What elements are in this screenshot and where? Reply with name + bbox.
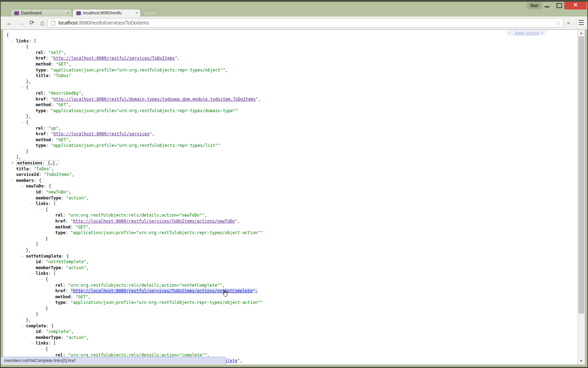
json-line: type: "application/json;profile="urn:org… <box>3 230 574 236</box>
json-punct: : <box>63 213 68 218</box>
json-line: -{ <box>3 44 574 50</box>
json-punct: , <box>152 131 154 136</box>
collapse-toggle[interactable]: - <box>41 277 43 282</box>
maximize-icon <box>556 3 562 8</box>
scrollbar-thumb[interactable] <box>579 36 584 313</box>
page-icon <box>51 20 56 27</box>
json-key: rel <box>55 213 63 218</box>
collapse-toggle[interactable]: - <box>31 340 33 346</box>
json-key: title <box>36 73 48 78</box>
json-punct: , <box>204 213 207 218</box>
json-string: "GET" <box>76 294 88 299</box>
tab-close-icon[interactable]: × <box>66 10 69 16</box>
forward-button[interactable]: → <box>15 18 26 28</box>
address-bar[interactable]: localhost:8080/restful/services/ToDoItem… <box>48 18 564 28</box>
json-line: -{ <box>3 120 574 125</box>
json-line: +extensions: {…}, <box>3 160 574 166</box>
json-string: "urn:org.restfulobjects:rels/details;act… <box>68 213 204 218</box>
reload-button[interactable]: ⟳ <box>27 18 37 28</box>
json-key: extensions <box>17 161 42 165</box>
json-line: title: "ToDos", <box>3 166 574 172</box>
json-punct: : <box>43 126 48 131</box>
collapsed-node-outline[interactable]: extensions: {…}, <box>16 160 59 166</box>
bookmark-star-icon[interactable]: ☆ <box>555 19 560 27</box>
scroll-up-arrow-icon[interactable]: ▲ <box>578 30 585 36</box>
collapse-toggle[interactable]: - <box>41 207 43 213</box>
scroll-down-arrow-icon[interactable]: ▼ <box>578 358 585 364</box>
tab-dashboard[interactable]: Dashboard × <box>10 9 72 17</box>
json-line: -members: { <box>3 178 574 184</box>
collapse-toggle[interactable]: - <box>21 84 23 90</box>
json-punct: : <box>41 259 46 264</box>
json-punct: : <box>65 300 70 305</box>
json-string: " <box>51 97 53 102</box>
collapse-toggle[interactable]: - <box>31 271 33 277</box>
json-key: links <box>36 201 48 206</box>
collapse-toggle[interactable]: - <box>21 120 23 125</box>
json-key: href <box>36 56 46 61</box>
new-tab-button[interactable] <box>142 11 159 16</box>
collapse-toggle[interactable]: - <box>21 44 23 50</box>
menu-hamburger-icon[interactable]: ☰ <box>578 18 584 28</box>
tab-localhost[interactable]: localhost:8080/restfu × <box>72 9 141 17</box>
collapse-toggle[interactable]: - <box>31 201 33 207</box>
json-key: type <box>36 68 46 73</box>
json-string: "application/json;profile="urn:org.restf… <box>70 300 262 305</box>
back-button[interactable]: ← <box>4 18 15 28</box>
collapse-toggle[interactable]: - <box>11 38 14 44</box>
json-punct: : <box>41 329 46 334</box>
json-href-link[interactable]: http://localhost:8080/restful/domain-typ… <box>54 97 256 102</box>
json-punct: ] <box>36 242 38 247</box>
json-punct: , <box>88 294 91 299</box>
json-line: href: "http://localhost:8080/restful/ser… <box>3 288 574 294</box>
json-punct: , <box>86 265 89 270</box>
json-line: ] <box>3 312 574 318</box>
json-key: id <box>36 329 41 334</box>
maximize-button[interactable] <box>554 2 564 9</box>
json-punct: , <box>237 219 240 224</box>
json-punct: : <box>51 137 56 142</box>
collapse-toggle[interactable]: - <box>21 323 23 329</box>
collapse-toggle[interactable]: - <box>21 183 23 189</box>
minimize-button[interactable] <box>542 2 552 9</box>
json-key: rel <box>36 91 43 96</box>
json-key: memberType <box>36 335 61 340</box>
json-href-link[interactable]: http://localhost:8080/restful/services/T… <box>73 219 235 224</box>
extensions-overflow-icon[interactable]: » <box>567 19 570 27</box>
vertical-scrollbar[interactable]: ▲ ▼ <box>577 29 585 364</box>
json-punct: , <box>86 259 89 264</box>
json-line: } <box>3 149 574 155</box>
json-string: "application/json;profile="urn:org.restf… <box>70 230 262 235</box>
json-content: {-links: [-{rel: "self",href: "http://lo… <box>3 32 574 364</box>
json-punct: : <box>51 102 56 107</box>
json-href-link[interactable]: http://localhost:8080/restful/services/T… <box>54 56 175 61</box>
favicon <box>76 11 81 16</box>
json-line: title: "ToDos" <box>3 73 574 79</box>
json-key: type <box>36 108 46 113</box>
json-line: { <box>3 32 574 38</box>
json-string: " <box>256 97 258 102</box>
json-line: rel: "urn:org.restfulobjects:rels/detail… <box>3 282 574 288</box>
expand-toggle[interactable]: + <box>11 160 14 166</box>
json-punct: }, <box>26 248 31 253</box>
json-key: method <box>36 102 51 107</box>
home-button[interactable]: ⌂ <box>37 18 48 28</box>
json-key: href <box>55 219 65 224</box>
json-string: " <box>70 219 73 224</box>
json-punct: : <box>65 230 70 235</box>
json-punct: : [ <box>29 39 36 43</box>
json-line: href: "http://localhost:8080/restful/ser… <box>3 55 574 61</box>
collapse-toggle[interactable]: - <box>11 178 14 184</box>
tab-close-icon[interactable]: × <box>135 10 138 16</box>
json-key: newToDo <box>26 184 44 189</box>
collapse-toggle[interactable]: - <box>21 253 23 259</box>
browser-user-badge[interactable]: Dan <box>527 2 542 9</box>
json-punct: } <box>46 306 48 311</box>
window-border <box>0 0 588 2</box>
json-href-link[interactable]: http://localhost:8080/restful/services <box>54 131 150 136</box>
json-punct: , <box>69 62 71 67</box>
json-punct: }, <box>26 114 31 119</box>
json-line: }, <box>3 114 574 120</box>
json-punct: ], <box>16 155 21 159</box>
collapse-toggle[interactable]: - <box>41 346 43 352</box>
